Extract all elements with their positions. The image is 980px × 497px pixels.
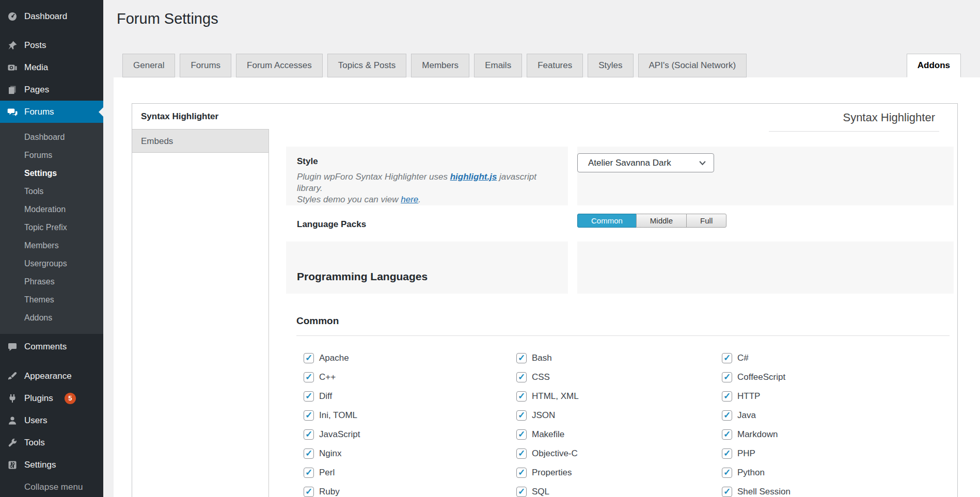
language-option-c#[interactable]: ✓C# [715, 348, 954, 367]
style-control-cell: Atelier Savanna Dark [577, 147, 954, 205]
sidebar-item-media[interactable]: Media [0, 56, 103, 78]
checkbox-checked-icon[interactable]: ✓ [304, 372, 314, 382]
language-option-properties[interactable]: ✓Properties [509, 463, 715, 482]
checkbox-checked-icon[interactable]: ✓ [516, 468, 527, 478]
forums-submenu-item-usergroups[interactable]: Usergroups [0, 254, 103, 272]
language-option-bash[interactable]: ✓Bash [509, 348, 715, 367]
sidebar-menu-comments: Comments [0, 335, 103, 358]
language-pack-option-common[interactable]: Common [577, 214, 637, 228]
language-option-java[interactable]: ✓Java [715, 406, 954, 425]
language-option-coffeescript[interactable]: ✓CoffeeScript [715, 367, 954, 387]
checkbox-checked-icon[interactable]: ✓ [722, 487, 732, 497]
language-label: Markdown [737, 429, 778, 440]
sidebar-item-dashboard[interactable]: Dashboard [0, 5, 103, 27]
checkbox-checked-icon[interactable]: ✓ [304, 487, 314, 497]
language-option-nginx[interactable]: ✓Nginx [296, 444, 509, 463]
language-option-markdown[interactable]: ✓Markdown [715, 425, 954, 444]
addon-tab-embeds[interactable]: Embeds [132, 130, 268, 153]
language-label: Objective-C [532, 448, 578, 459]
forums-submenu-item-addons[interactable]: Addons [0, 309, 103, 327]
sidebar-item-posts[interactable]: Posts [0, 34, 103, 56]
language-option-html-xml[interactable]: ✓HTML, XML [509, 387, 715, 406]
addon-tab-syntax-highlighter[interactable]: Syntax Highlighter [132, 104, 269, 130]
plugins-icon [7, 393, 18, 404]
forums-submenu-item-tools[interactable]: Tools [0, 182, 103, 200]
language-option-shell-session[interactable]: ✓Shell Session [715, 482, 954, 497]
checkbox-checked-icon[interactable]: ✓ [304, 429, 314, 440]
checkbox-checked-icon[interactable]: ✓ [722, 410, 732, 421]
checkbox-checked-icon[interactable]: ✓ [304, 353, 314, 363]
sidebar-item-settings[interactable]: Settings [0, 454, 103, 476]
language-option-ruby[interactable]: ✓Ruby [296, 482, 509, 497]
checkbox-checked-icon[interactable]: ✓ [516, 487, 527, 497]
language-option-css[interactable]: ✓CSS [509, 367, 715, 387]
forums-submenu-item-moderation[interactable]: Moderation [0, 200, 103, 218]
language-pack-option-full[interactable]: Full [686, 214, 726, 228]
addon-content-heading: Syntax Highlighter [769, 104, 939, 132]
forums-submenu-item-topic-prefix[interactable]: Topic Prefix [0, 218, 103, 236]
styles-demo-here-link[interactable]: here [401, 195, 418, 204]
checkbox-checked-icon[interactable]: ✓ [722, 391, 732, 402]
checkbox-checked-icon[interactable]: ✓ [722, 353, 732, 363]
language-option-ini-toml[interactable]: ✓Ini, TOML [296, 406, 509, 425]
tab-forums[interactable]: Forums [180, 54, 231, 77]
forums-submenu-item-themes[interactable]: Themes [0, 291, 103, 309]
checkbox-checked-icon[interactable]: ✓ [516, 353, 527, 363]
checkbox-checked-icon[interactable]: ✓ [304, 391, 314, 402]
language-option-sql[interactable]: ✓SQL [509, 482, 715, 497]
checkbox-checked-icon[interactable]: ✓ [516, 410, 527, 421]
sidebar-item-comments[interactable]: Comments [0, 335, 103, 358]
checkbox-checked-icon[interactable]: ✓ [304, 448, 314, 459]
language-option-javascript[interactable]: ✓JavaScript [296, 425, 509, 444]
tab-general[interactable]: General [122, 54, 175, 77]
sidebar-item-tools[interactable]: Tools [0, 431, 103, 454]
menu-separator [0, 358, 103, 365]
tab-topics-posts[interactable]: Topics & Posts [327, 54, 407, 77]
forums-submenu-item-members[interactable]: Members [0, 236, 103, 254]
sidebar-item-appearance[interactable]: Appearance [0, 365, 103, 387]
forums-submenu-item-forums[interactable]: Forums [0, 146, 103, 164]
style-desc-text: . [418, 195, 421, 204]
language-option-makefile[interactable]: ✓Makefile [509, 425, 715, 444]
language-option-perl[interactable]: ✓Perl [296, 463, 509, 482]
tab-features[interactable]: Features [527, 54, 583, 77]
language-option-json[interactable]: ✓JSON [509, 406, 715, 425]
sidebar-item-pages[interactable]: Pages [0, 78, 103, 101]
checkbox-checked-icon[interactable]: ✓ [722, 429, 732, 440]
forums-submenu-item-dashboard[interactable]: Dashboard [0, 128, 103, 146]
checkbox-checked-icon[interactable]: ✓ [516, 429, 527, 440]
language-option-python[interactable]: ✓Python [715, 463, 954, 482]
checkbox-checked-icon[interactable]: ✓ [304, 410, 314, 421]
tab-addons[interactable]: Addons [907, 54, 961, 77]
sidebar-item-forums[interactable]: Forums [0, 101, 103, 123]
language-option-apache[interactable]: ✓Apache [296, 348, 509, 367]
checkbox-checked-icon[interactable]: ✓ [722, 468, 732, 478]
checkbox-checked-icon[interactable]: ✓ [304, 468, 314, 478]
forums-submenu-item-phrases[interactable]: Phrases [0, 272, 103, 291]
language-option-objective-c[interactable]: ✓Objective-C [509, 444, 715, 463]
checkbox-checked-icon[interactable]: ✓ [722, 372, 732, 382]
language-option-http[interactable]: ✓HTTP [715, 387, 954, 406]
language-option-php[interactable]: ✓PHP [715, 444, 954, 463]
checkbox-checked-icon[interactable]: ✓ [516, 448, 527, 459]
checkbox-checked-icon[interactable]: ✓ [722, 448, 732, 459]
language-option-diff[interactable]: ✓Diff [296, 387, 509, 406]
tab-emails[interactable]: Emails [474, 54, 522, 77]
tab-styles[interactable]: Styles [588, 54, 633, 77]
language-label: Ini, TOML [319, 410, 357, 421]
tab-api-s-social-network-[interactable]: API's (Social Network) [638, 54, 747, 77]
style-select[interactable]: Atelier Savanna Dark [577, 153, 714, 172]
sidebar-item-plugins[interactable]: Plugins5 [0, 387, 103, 409]
highlightjs-link[interactable]: highlight.js [450, 172, 497, 182]
forums-submenu-item-settings[interactable]: Settings [0, 164, 103, 182]
language-pack-option-middle[interactable]: Middle [636, 214, 687, 228]
language-label: SQL [532, 487, 549, 497]
sidebar-item-users[interactable]: Users [0, 409, 103, 431]
language-option-c++[interactable]: ✓C++ [296, 367, 509, 387]
collapse-menu-button[interactable]: Collapse menu [0, 476, 103, 497]
checkbox-checked-icon[interactable]: ✓ [516, 372, 527, 382]
language-label: JavaScript [319, 429, 360, 440]
checkbox-checked-icon[interactable]: ✓ [516, 391, 527, 402]
tab-members[interactable]: Members [411, 54, 469, 77]
tab-forum-accesses[interactable]: Forum Accesses [236, 54, 323, 77]
